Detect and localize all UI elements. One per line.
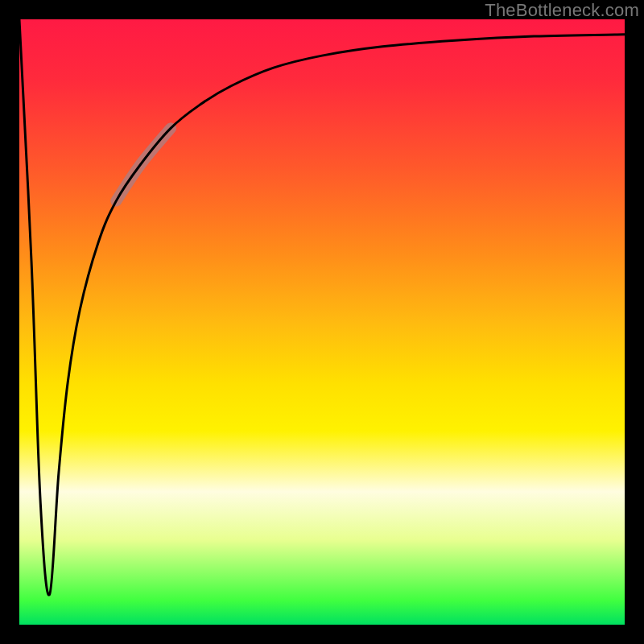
curve-svg bbox=[19, 19, 625, 625]
attribution-text: TheBottleneck.com bbox=[485, 0, 639, 21]
chart-canvas: TheBottleneck.com bbox=[0, 0, 644, 644]
curve-highlight bbox=[116, 128, 171, 200]
bottleneck-curve bbox=[19, 19, 625, 595]
plot-area bbox=[19, 19, 625, 625]
